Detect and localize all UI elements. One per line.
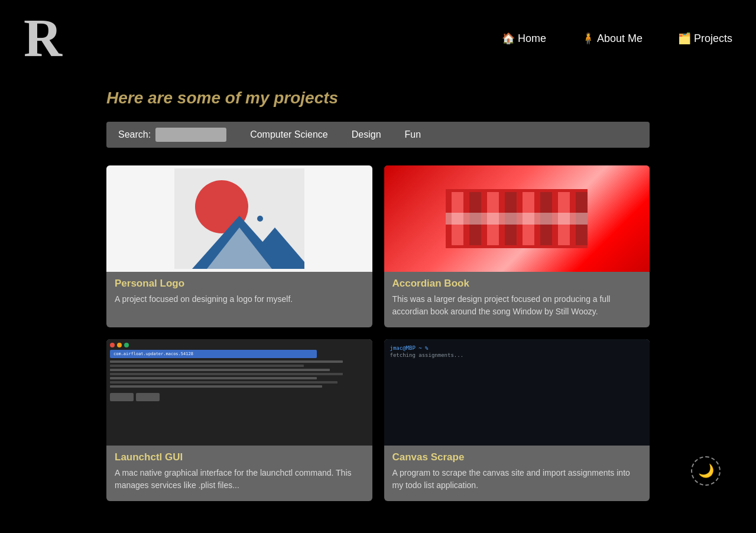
terminal-line-4 [110, 373, 343, 375]
project-image-personal-logo [106, 165, 372, 272]
terminal-line-5 [110, 377, 317, 379]
close-dot [110, 343, 115, 347]
header: R 🏠 Home 🧍 About Me 🗂️ Projects [0, 0, 756, 77]
max-dot [124, 343, 129, 347]
launchctl-art: com.airfloat.updater.macos.54128 [106, 339, 372, 446]
svg-point-4 [257, 216, 263, 222]
main-content: Here are some of my projects Search: Com… [0, 77, 756, 525]
filter-bar: Search: Computer Science Design Fun [106, 122, 650, 148]
search-area: Search: [118, 128, 226, 142]
filter-design[interactable]: Design [352, 129, 381, 140]
project-title-launchctl: Launchctl GUI [106, 451, 372, 467]
terminal-line-3 [110, 369, 330, 371]
terminal-line-6 [110, 381, 338, 384]
filter-cs[interactable]: Computer Science [250, 129, 328, 140]
page-title: Here are some of my projects [106, 89, 650, 108]
terminal-btn-1 [110, 393, 134, 401]
project-desc-canvas-scrape: A program to scrape the canvas site and … [384, 467, 650, 492]
nav-projects[interactable]: 🗂️ Projects [678, 32, 732, 45]
project-card-accordian-book[interactable]: Accordian Book This was a larger design … [384, 165, 650, 327]
filter-fun[interactable]: Fun [405, 129, 421, 140]
terminal-selected-row: com.airfloat.updater.macos.54128 [110, 350, 317, 358]
nav-home[interactable]: 🏠 Home [502, 32, 546, 45]
canvas-line-1: jmac@MBP ~ % [390, 345, 644, 351]
window-topbar [110, 343, 369, 347]
accordian-art [384, 165, 650, 272]
logo-svg-art [106, 165, 372, 272]
projects-grid: Personal Logo A project focused on desig… [106, 165, 650, 501]
project-title-personal-logo: Personal Logo [106, 278, 372, 293]
project-card-canvas-scrape[interactable]: jmac@MBP ~ % fetching assignments... Can… [384, 339, 650, 501]
dark-mode-toggle[interactable]: 🌙 [691, 456, 721, 486]
nav-about[interactable]: 🧍 About Me [582, 32, 643, 45]
project-title-accordian-book: Accordian Book [384, 278, 650, 293]
canvas-line-2: fetching assignments... [390, 352, 644, 358]
project-image-launchctl: com.airfloat.updater.macos.54128 [106, 339, 372, 446]
search-input[interactable] [155, 128, 226, 142]
project-image-canvas-scrape: jmac@MBP ~ % fetching assignments... [384, 339, 650, 446]
terminal-btn-2 [136, 393, 160, 401]
project-desc-launchctl: A mac native graphical interface for the… [106, 467, 372, 492]
project-desc-personal-logo: A project focused on designing a logo fo… [106, 293, 372, 306]
search-label: Search: [118, 129, 151, 140]
site-logo: R [24, 12, 61, 65]
terminal-line-1 [110, 360, 343, 363]
project-title-canvas-scrape: Canvas Scrape [384, 451, 650, 467]
terminal-buttons-row [110, 393, 369, 401]
project-card-launchctl-gui[interactable]: com.airfloat.updater.macos.54128 Launchc… [106, 339, 372, 501]
terminal-line-2 [110, 365, 304, 367]
main-nav: 🏠 Home 🧍 About Me 🗂️ Projects [502, 32, 732, 45]
project-card-personal-logo[interactable]: Personal Logo A project focused on desig… [106, 165, 372, 327]
min-dot [117, 343, 122, 347]
terminal-line-7 [110, 385, 322, 388]
svg-rect-15 [446, 213, 588, 225]
canvas-art: jmac@MBP ~ % fetching assignments... [384, 339, 650, 446]
moon-icon: 🌙 [698, 463, 714, 479]
project-image-accordian-book [384, 165, 650, 272]
project-desc-accordian-book: This was a larger design project focused… [384, 293, 650, 318]
